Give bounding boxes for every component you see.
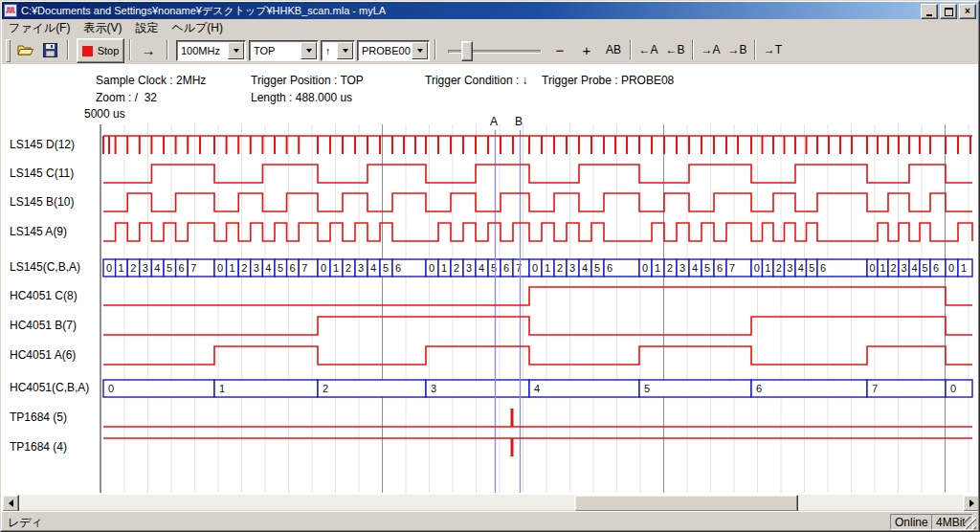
combo-dropdown-button[interactable] [412,42,428,59]
toolbar-separator [434,39,436,60]
trigger-probe-info: Trigger Probe : PROBE08 [542,74,674,87]
scroll-right-icon [969,499,974,507]
channel-label: HC4051(C,B,A) [10,381,89,394]
trigger-edge-combo[interactable]: ↑ [321,40,355,61]
toolbar-grip [6,39,11,62]
goto-cursor-b-right-button[interactable]: →B [724,38,750,61]
trigger-edge-value: ↑ [322,45,337,56]
title-bar: C:¥Documents and Settings¥noname¥デスクトップ¥… [2,2,978,19]
menu-help[interactable]: ヘルプ(H) [165,18,230,38]
goto-trigger-button[interactable]: →T [760,38,786,61]
cursor-b-label: B [515,115,523,128]
status-ready-text: レディ [8,515,43,531]
open-file-button[interactable] [13,38,37,61]
maximize-icon [945,8,953,16]
toolbar: Stop → 100MHz TOP ↑ PROBE00 − + AB ←A ←B… [2,36,978,64]
app-icon [4,4,17,17]
toolbar-separator [754,39,756,60]
toolbar-separator [129,39,131,60]
resize-grip[interactable] [964,517,976,529]
cursor-a-label: A [490,115,498,128]
toolbar-separator [692,39,694,60]
trigger-probe-value: PROBE00 [358,45,412,56]
channel-label: TP1684 (5) [10,410,67,424]
open-folder-icon [17,43,34,56]
channel-label: LS145 B(10) [10,195,74,209]
left-b-label: ←B [665,43,684,56]
zoom-slider-thumb[interactable] [461,41,473,61]
channel-label: HC4051 A(6) [10,348,76,362]
scroll-left-button[interactable] [2,495,19,512]
trigger-position-value: TOP [250,45,301,56]
maximize-button[interactable] [940,4,957,19]
channel-label: TP1684 (4) [10,440,67,454]
trigger-position-info: Trigger Position : TOP [251,74,364,87]
zoom-info: Zoom : / 32 [96,91,157,104]
sample-clock-value: 100MHz [177,45,228,56]
toolbar-separator [630,39,632,60]
combo-dropdown-button[interactable] [337,42,353,59]
channel-label: LS145 A(9) [10,225,67,238]
zoom-slider [442,38,546,61]
horizontal-scrollbar[interactable] [2,495,978,510]
close-button[interactable]: × [959,4,976,19]
scrollbar-thumb[interactable] [574,495,798,512]
chevron-down-icon [234,49,239,53]
stop-button-label: Stop [98,45,120,56]
chevron-down-icon [343,49,348,53]
time-scale-label: 5000 us [84,107,125,121]
status-online-badge: Online [890,514,932,530]
channel-label: HC4051 C(8) [10,289,78,302]
stop-icon [82,46,93,56]
length-info: Length : 488.000 us [251,91,352,104]
run-arrow-icon: → [142,42,156,58]
menu-settings[interactable]: 設定 [128,18,165,38]
combo-dropdown-button[interactable] [301,42,317,59]
trigger-position-combo[interactable]: TOP [249,40,319,61]
toolbar-separator [167,39,168,60]
goto-cursor-a-right-button[interactable]: →A [698,38,724,61]
channel-label: HC4051 B(7) [10,319,77,332]
zoom-out-button[interactable]: − [547,38,572,61]
sample-clock-info: Sample Clock : 2MHz [96,74,206,87]
right-t-label: →T [764,43,782,56]
scroll-right-button[interactable] [963,495,980,512]
channel-label: LS145(C,B,A) [10,260,80,274]
left-a-label: ←A [638,43,657,56]
zoom-in-button[interactable]: + [574,38,599,61]
chevron-down-icon [306,49,312,53]
zoom-out-label: − [556,42,565,58]
goto-cursor-a-left-button[interactable]: ←A [635,38,661,61]
minimize-icon [926,14,932,16]
zoom-in-label: + [583,42,591,58]
memory-label: 4MBit [936,516,966,529]
menu-bar: ファイル(F) 表示(V) 設定 ヘルプ(H) [2,19,978,36]
trigger-condition-info: Trigger Condition : ↓ [425,74,528,87]
combo-dropdown-button[interactable] [228,42,244,59]
toolbar-separator [67,39,69,60]
sample-clock-combo[interactable]: 100MHz [176,40,246,61]
status-bar: レディ Online 4MBit [2,511,978,531]
waveform-client-area [2,64,978,495]
minimize-button[interactable] [921,4,938,19]
menu-view[interactable]: 表示(V) [77,18,128,38]
channel-label: LS145 D(12) [10,138,75,151]
right-b-label: →B [727,43,746,56]
window-title: C:¥Documents and Settings¥noname¥デスクトップ¥… [21,4,386,18]
run-button[interactable]: → [136,38,161,61]
close-icon: × [965,7,970,16]
save-floppy-icon [43,43,57,57]
zoom-ab-button[interactable]: AB [601,38,626,61]
zoom-ab-label: AB [606,43,621,56]
goto-cursor-b-left-button[interactable]: ←B [662,38,688,61]
chevron-down-icon [417,49,423,53]
channel-label: LS145 C(11) [10,166,74,180]
right-a-label: →A [701,43,720,56]
stop-button[interactable]: Stop [77,38,124,63]
save-button[interactable] [38,38,62,61]
online-label: Online [895,516,928,529]
scroll-left-icon [9,499,13,507]
trigger-probe-combo[interactable]: PROBE00 [357,40,430,61]
menu-file[interactable]: ファイル(F) [2,18,77,38]
